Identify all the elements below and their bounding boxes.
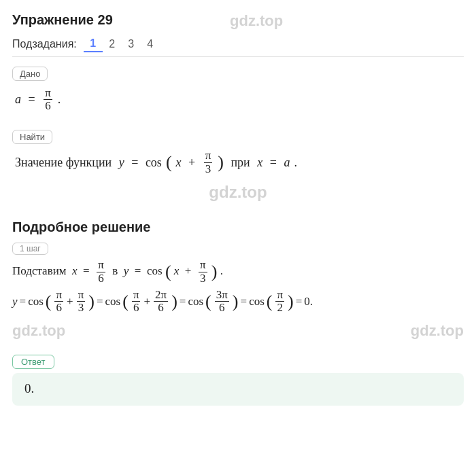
sol-f1: π 6 — [54, 289, 63, 315]
sol-lp3: ( — [205, 293, 211, 311]
step-dot: . — [220, 264, 223, 277]
exercise-title: Упражнение 29 — [12, 12, 464, 28]
find-eq2: = — [267, 149, 279, 177]
step-eq2: = — [132, 264, 144, 277]
find-formula: Значение функции y = cos ( x + π 3 ) при… — [15, 149, 464, 177]
sol-plus2: + — [143, 288, 150, 316]
answer-value: 0. — [24, 381, 34, 395]
watermark-4: gdz.top — [411, 322, 464, 340]
given-equals: = — [25, 86, 38, 113]
find-plus: + — [186, 149, 199, 177]
step-frac2: π 3 — [199, 259, 207, 285]
sol-cos3: cos — [188, 288, 203, 316]
answer-badge: Ответ — [12, 355, 54, 369]
sol-rp3: ) — [233, 293, 239, 311]
step-text: Подставим x = π 6 в y = cos ( x + π 3 ) … — [12, 259, 464, 285]
step-text-prefix: Подставим — [12, 264, 69, 277]
sol-zero: 0. — [304, 288, 313, 316]
find-rparen: ) — [218, 154, 224, 171]
subtask-4[interactable]: 4 — [141, 37, 160, 52]
sol-rp1: ) — [88, 293, 95, 311]
step-frac2-den: 3 — [199, 272, 207, 285]
sol-f2: π 3 — [77, 289, 86, 315]
step-badge: 1 шаг — [12, 243, 48, 255]
find-eq1: = — [129, 149, 141, 177]
given-fraction: π 6 — [44, 87, 52, 113]
answer-area: 0. — [12, 373, 464, 406]
sol-cos4: cos — [249, 288, 265, 316]
sol-lp2: ( — [122, 293, 129, 311]
sol-y: y — [12, 288, 18, 316]
sol-rp4: ) — [288, 293, 294, 311]
sol-f5: 3π 6 — [215, 289, 229, 315]
find-lparen: ( — [166, 154, 172, 171]
given-var: a — [15, 86, 21, 113]
given-frac-num: π — [44, 87, 52, 101]
sol-eq3: = — [180, 288, 186, 316]
watermark-2-wrapper: gdz.top — [12, 183, 464, 207]
sol-eq5: = — [296, 288, 303, 316]
find-frac-num: π — [204, 149, 213, 163]
step-plus: + — [182, 264, 194, 277]
step-frac2-num: π — [199, 259, 207, 272]
step-x2: x — [174, 264, 180, 277]
step-frac: π 6 — [97, 259, 105, 285]
find-cos: cos — [146, 149, 162, 177]
given-badge: Дано — [12, 67, 48, 81]
sol-cos1: cos — [28, 288, 44, 316]
find-text-at: при — [228, 149, 253, 177]
find-text-prefix: Значение функции — [15, 149, 115, 177]
find-a: a — [284, 149, 290, 177]
sol-rp2: ) — [171, 293, 177, 311]
given-frac-den: 6 — [44, 100, 52, 113]
sol-lp4: ( — [267, 293, 273, 311]
sol-eq4: = — [241, 288, 248, 316]
step-y: y — [124, 264, 129, 277]
sol-eq1: = — [20, 288, 27, 316]
find-dot: . — [294, 149, 297, 177]
sol-eq2: = — [97, 288, 103, 316]
subtask-2[interactable]: 2 — [103, 37, 122, 52]
given-period: . — [58, 86, 61, 113]
step-x: x — [72, 264, 78, 277]
subtasks-label: Подзадания: — [12, 38, 77, 50]
sol-f3: π 6 — [132, 289, 141, 315]
step-cos: cos — [147, 264, 163, 277]
watermarks-bottom-row: gdz.top gdz.top — [12, 322, 464, 340]
given-area: a = π 6 . — [12, 86, 464, 113]
watermark-2: gdz.top — [209, 183, 267, 201]
find-frac-den: 3 — [204, 163, 213, 176]
step-lparen: ( — [165, 262, 171, 281]
find-x: x — [176, 149, 182, 177]
given-formula: a = π 6 . — [15, 86, 464, 113]
step-eq1: = — [80, 264, 92, 277]
sol-lp1: ( — [46, 293, 52, 311]
sol-f4: 2π 6 — [154, 289, 168, 315]
sol-f6: π 2 — [275, 289, 284, 315]
find-badge: Найти — [12, 130, 52, 144]
sol-cos2: cos — [105, 288, 121, 316]
solution-line: y = cos ( π 6 + π 3 ) = cos ( π 6 + 2π 6… — [12, 288, 464, 316]
find-y: y — [119, 149, 124, 177]
find-area: Значение функции y = cos ( x + π 3 ) при… — [12, 149, 464, 177]
find-x2: x — [257, 149, 262, 177]
sol-plus1: + — [67, 288, 73, 316]
subtasks-row: Подзадания: 1 2 3 4 gdz.top — [12, 36, 464, 57]
subtask-1[interactable]: 1 — [84, 36, 103, 52]
watermark-3: gdz.top — [12, 322, 65, 340]
find-fraction: π 3 — [204, 149, 213, 175]
step-rparen: ) — [211, 262, 218, 281]
subtask-3[interactable]: 3 — [122, 37, 141, 52]
detailed-solution-title: Подробное решение — [12, 219, 464, 235]
step-frac-num: π — [97, 259, 105, 272]
step-frac-den: 6 — [97, 272, 105, 285]
step-text-in: в — [109, 264, 121, 277]
